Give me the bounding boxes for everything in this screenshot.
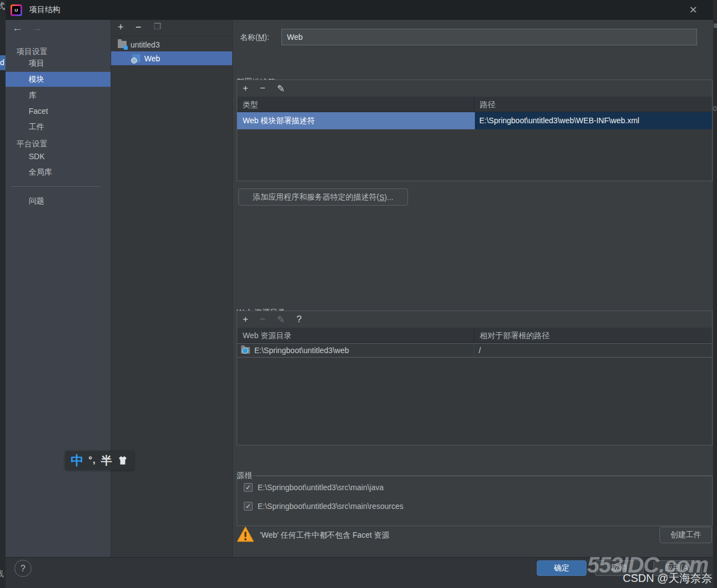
- sidebar-item-libraries[interactable]: 库: [6, 88, 111, 103]
- name-label-mnemonic: M: [258, 33, 265, 41]
- column-header-resource-dir[interactable]: Web 资源目录: [237, 328, 474, 343]
- sidebar-item-facets[interactable]: Facet: [6, 104, 111, 119]
- ime-halfwidth-icon[interactable]: 半: [101, 453, 112, 468]
- project-structure-dialog: 项目结构 ✕ ← → 项目设置 项目 模块 库 Facet 工件 平台设置 SD…: [6, 0, 713, 588]
- facet-warning-row: 'Web' 任何工件中都不包含 Facet 资源 创建工件: [236, 527, 712, 545]
- screen: 式 d 线 ≣ 0 项目结构 ✕ ← → 项目设置 项目 模块 库 Facet: [0, 0, 717, 588]
- sidebar-item-project[interactable]: 项目: [6, 56, 111, 71]
- tree-node-web[interactable]: Web: [111, 51, 233, 65]
- background-text-fragment: d: [0, 55, 6, 70]
- deployment-descriptor-row[interactable]: Web 模块部署描述符 E:\Springboot\untitled3\web\…: [237, 112, 712, 129]
- add-app-server-descriptor-button[interactable]: 添加应用程序和服务器特定的描述符(S)...: [238, 188, 408, 206]
- edit-descriptor-icon[interactable]: ✎: [277, 83, 285, 95]
- source-root-row-java[interactable]: ✓ E:\Springboot\untitled3\src\main\java: [244, 483, 384, 492]
- sidebar-item-global-libraries[interactable]: 全局库: [6, 165, 111, 180]
- column-header-type[interactable]: 类型: [237, 97, 474, 112]
- close-icon[interactable]: ✕: [685, 2, 701, 18]
- background-text-fragment: 式: [0, 1, 5, 12]
- ime-status-bar[interactable]: 中 °, 半: [65, 451, 134, 470]
- column-header-path[interactable]: 路径: [474, 97, 712, 112]
- add-module-icon[interactable]: +: [118, 22, 124, 33]
- help-resource-icon[interactable]: ?: [296, 314, 301, 325]
- copy-module-icon[interactable]: ❐: [154, 22, 161, 32]
- sidebar-item-problems[interactable]: 问题: [6, 193, 111, 208]
- remove-resource-icon[interactable]: −: [260, 314, 265, 325]
- background-text-fragment: 0: [713, 105, 717, 113]
- web-module-icon: [132, 54, 140, 62]
- module-details-panel: 名称(M): 部署描述符 + − ✎ 类型 路径: [232, 20, 713, 557]
- tree-node-untitled3[interactable]: untitled3: [111, 38, 233, 51]
- add-descriptor-button-post: )...: [384, 193, 393, 202]
- watermark-csdn: CSDN @天海奈奈: [622, 571, 713, 586]
- background-text-fragment: 线: [0, 569, 4, 579]
- checkbox-checked-icon[interactable]: ✓: [244, 502, 253, 511]
- ime-punctuation-icon[interactable]: °,: [88, 455, 96, 466]
- descriptor-path-cell[interactable]: E:\Springboot\untitled3\web\WEB-INF\web.…: [475, 112, 712, 129]
- web-resource-table-panel: + − ✎ ? Web 资源目录 相对于部署根的路径 E:\Springboot…: [237, 311, 713, 445]
- intellij-idea-logo-icon: [11, 4, 22, 16]
- name-label-post: ):: [264, 33, 269, 41]
- back-arrow-icon[interactable]: ←: [12, 22, 23, 34]
- resource-dir-path: E:\Springboot\untitled3\web: [254, 346, 349, 355]
- column-header-relative-path[interactable]: 相对于部署根的路径: [474, 328, 712, 343]
- background-right-strip: ≣ 0: [713, 0, 717, 588]
- dialog-title: 项目结构: [29, 5, 60, 15]
- source-root-path: E:\Springboot\untitled3\src\main\resourc…: [258, 502, 404, 511]
- ime-chinese-mode-icon[interactable]: 中: [71, 452, 83, 469]
- web-resource-table-header: Web 资源目录 相对于部署根的路径: [237, 328, 712, 343]
- remove-descriptor-icon[interactable]: −: [260, 83, 265, 94]
- sidebar-item-artifacts[interactable]: 工件: [6, 119, 111, 134]
- checkbox-checked-icon[interactable]: ✓: [244, 483, 253, 492]
- source-root-row-resources[interactable]: ✓ E:\Springboot\untitled3\src\main\resou…: [244, 502, 404, 511]
- background-text-fragment: ≣: [713, 22, 717, 29]
- add-descriptor-button-pre: 添加应用程序和服务器特定的描述符(: [253, 192, 379, 202]
- name-label-pre: 名称(: [240, 33, 258, 41]
- web-folder-icon: [241, 347, 250, 354]
- deployment-toolbar: + − ✎: [237, 80, 712, 97]
- dialog-titlebar[interactable]: 项目结构 ✕: [6, 0, 713, 20]
- help-button[interactable]: ?: [14, 560, 32, 577]
- tree-node-label: untitled3: [130, 40, 160, 49]
- deployment-descriptor-table-panel: + − ✎ 类型 路径 Web 模块部署描述符 E:\Springboot\un…: [237, 80, 713, 181]
- deployment-table-header: 类型 路径: [237, 97, 712, 112]
- sidebar-divider: [11, 186, 100, 187]
- ime-skin-shirt-icon[interactable]: [117, 455, 128, 465]
- background-left-strip: 式 d 线: [0, 0, 6, 588]
- web-resource-row[interactable]: E:\Springboot\untitled3\web /: [237, 343, 712, 358]
- add-resource-icon[interactable]: +: [243, 314, 248, 325]
- source-roots-box: ✓ E:\Springboot\untitled3\src\main\java …: [237, 475, 713, 526]
- ok-button[interactable]: 确定: [537, 560, 587, 576]
- descriptor-type-cell[interactable]: Web 模块部署描述符: [237, 112, 475, 129]
- dialog-body: ← → 项目设置 项目 模块 库 Facet 工件 平台设置 SDK 全局库 问…: [6, 20, 713, 557]
- module-tree-panel: + − ❐ untitled3 Web: [111, 20, 232, 557]
- resource-dir-cell[interactable]: E:\Springboot\untitled3\web: [237, 344, 474, 357]
- sidebar-item-modules[interactable]: 模块: [6, 72, 111, 87]
- remove-module-icon[interactable]: −: [135, 22, 142, 33]
- edit-resource-icon[interactable]: ✎: [277, 314, 285, 326]
- sidebar-item-sdk[interactable]: SDK: [6, 149, 111, 164]
- project-folder-icon: [118, 41, 127, 48]
- warning-icon: [236, 526, 255, 543]
- resource-relative-path-cell[interactable]: /: [474, 346, 712, 355]
- forward-arrow-icon: →: [32, 22, 42, 34]
- module-name-input[interactable]: [281, 29, 697, 45]
- web-resource-toolbar: + − ✎ ?: [237, 311, 712, 328]
- warning-text: 'Web' 任何工件中都不包含 Facet 资源: [260, 531, 390, 540]
- create-artifact-button[interactable]: 创建工件: [660, 527, 712, 543]
- add-descriptor-icon[interactable]: +: [243, 83, 248, 94]
- add-descriptor-button-mnemonic: S: [379, 193, 384, 202]
- tree-toolbar: + − ❐: [111, 20, 233, 36]
- tree-node-label: Web: [144, 54, 160, 63]
- settings-sidebar: ← → 项目设置 项目 模块 库 Facet 工件 平台设置 SDK 全局库 问…: [6, 20, 111, 557]
- source-root-path: E:\Springboot\untitled3\src\main\java: [258, 483, 384, 492]
- module-name-label: 名称(M):: [240, 33, 269, 43]
